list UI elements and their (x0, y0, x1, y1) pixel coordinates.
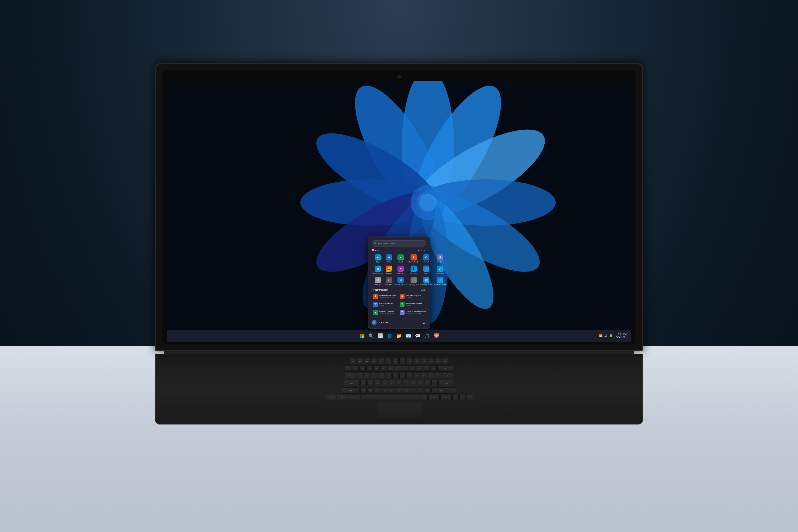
key-f10[interactable]: F10 (421, 358, 427, 364)
key-minus[interactable]: - (423, 365, 430, 372)
key-5[interactable]: 5 (381, 365, 387, 372)
key-lshift[interactable]: Shift (342, 387, 360, 394)
key-6[interactable]: 6 (388, 365, 394, 372)
key-i[interactable]: I (406, 373, 413, 379)
key-g[interactable]: G (389, 380, 395, 386)
key-backspace[interactable]: ⌫ (437, 365, 453, 372)
key-esc[interactable]: Esc (350, 358, 356, 364)
app-calculator[interactable]: # Calculator (385, 276, 393, 286)
key-8[interactable]: 8 (402, 365, 408, 372)
key-h[interactable]: H (396, 380, 402, 386)
touchpad[interactable] (377, 403, 421, 418)
key-period[interactable]: . (417, 387, 423, 394)
key-r[interactable]: R (378, 373, 384, 379)
key-s[interactable]: S (367, 380, 374, 386)
key-ralt[interactable]: Alt (429, 395, 440, 401)
app-word[interactable]: W Word (385, 253, 393, 264)
key-right[interactable]: → (467, 395, 473, 401)
rec-item-contoso[interactable]: T Contoso Company Profile Yesterday at 1… (398, 309, 428, 316)
rec-item-brand[interactable]: W Brand Guidelines 2h ago (372, 301, 397, 308)
key-j[interactable]: J (403, 380, 409, 386)
taskbar-start-button[interactable] (358, 332, 366, 340)
user-info[interactable]: JP Jack Purton (372, 320, 388, 325)
app-settings[interactable]: ⚙ Settings (372, 276, 384, 286)
key-q[interactable]: Q (357, 373, 363, 379)
key-win[interactable]: ⊞ (337, 395, 348, 401)
key-rshift[interactable]: Shift (431, 387, 449, 394)
key-f12[interactable]: F12 (435, 358, 441, 364)
key-v[interactable]: V (382, 387, 388, 394)
app-edge[interactable]: e Edge (372, 253, 384, 264)
key-f8[interactable]: F8 (406, 358, 413, 364)
taskbar-explorer-button[interactable]: 📁 (395, 332, 403, 340)
power-button[interactable]: ⏻ (421, 320, 426, 325)
all-apps-button[interactable]: All apps › (418, 249, 426, 252)
rec-item-sales-deck[interactable]: P Fabrikam Sales Deck Yesterday at 2:15 … (372, 293, 397, 300)
taskbar-teams-button[interactable]: 💬 (414, 332, 422, 340)
key-equals[interactable]: = (430, 365, 436, 372)
taskbar-media-button[interactable]: 🎵 (423, 332, 431, 340)
key-quote[interactable]: ' (431, 380, 438, 386)
key-a[interactable]: A (360, 380, 367, 386)
key-space[interactable] (361, 395, 428, 401)
key-k[interactable]: K (410, 380, 416, 386)
key-f11[interactable]: F11 (428, 358, 434, 364)
rec-item-proposal[interactable]: P Fabrikam Proposal 12hr ago (398, 293, 428, 300)
app-onenote[interactable]: N OneNote (394, 265, 407, 275)
key-f1[interactable]: F1 (357, 358, 363, 364)
key-1[interactable]: 1 (352, 365, 358, 372)
key-7[interactable]: 7 (395, 365, 401, 372)
key-del[interactable]: Del (442, 358, 448, 364)
key-9[interactable]: 9 (409, 365, 415, 372)
app-whiteboard[interactable]: 🖊 Whiteboard (434, 265, 446, 275)
key-f7[interactable]: F7 (399, 358, 406, 364)
key-rctrl[interactable]: Ctrl (440, 395, 452, 401)
key-n[interactable]: N (396, 387, 402, 394)
search-bar[interactable]: 🔍 Type here to search (372, 240, 426, 247)
taskbar-datetime[interactable]: 2:30 PM 10/06/2021 (614, 332, 627, 339)
app-portal[interactable]: 🏢 Company Portal (420, 276, 433, 286)
key-slash[interactable]: / (424, 387, 431, 394)
key-alt[interactable]: Alt (349, 395, 360, 401)
key-caps[interactable]: Caps (344, 380, 360, 386)
key-left[interactable]: ← (452, 395, 459, 401)
key-e[interactable]: E (371, 373, 377, 379)
key-c[interactable]: C (375, 387, 381, 394)
key-f3[interactable]: F3 (371, 358, 377, 364)
key-backtick[interactable]: ` (345, 365, 352, 372)
key-w[interactable]: W (364, 373, 370, 379)
taskbar-search-button[interactable]: 🔍 (367, 332, 375, 340)
app-photos[interactable]: 🌄 Photos (385, 265, 393, 275)
key-m[interactable]: M (403, 387, 409, 394)
key-enter[interactable]: Enter (438, 380, 454, 386)
key-l[interactable]: L (417, 380, 423, 386)
app-snip[interactable]: ✂ Snipping Tool (408, 276, 419, 286)
taskbar-photos-button[interactable]: 🌄 (432, 332, 440, 340)
app-todo[interactable]: ✓ To Do (420, 265, 433, 275)
key-0[interactable]: 0 (416, 365, 422, 372)
key-f2[interactable]: F2 (364, 358, 370, 364)
app-fabrikam[interactable]: F Fabrikam (434, 253, 446, 264)
key-lbracket[interactable]: [ (428, 373, 434, 379)
key-3[interactable]: 3 (366, 365, 373, 372)
key-2[interactable]: 2 (359, 365, 365, 372)
key-f9[interactable]: F9 (414, 358, 420, 364)
key-comma[interactable]: , (410, 387, 416, 394)
key-o[interactable]: O (414, 373, 420, 379)
key-x[interactable]: X (367, 387, 374, 394)
key-down[interactable]: ↓ (459, 395, 466, 401)
key-p[interactable]: P (421, 373, 427, 379)
key-4[interactable]: 4 (374, 365, 380, 372)
key-rbracket[interactable]: ] (435, 373, 441, 379)
taskbar-edge-button[interactable]: 🌐 (386, 332, 394, 340)
more-button[interactable]: More › (420, 289, 426, 291)
taskbar-mail-button[interactable]: 📧 (404, 332, 412, 340)
app-powerpoint[interactable]: P PowerPoint (408, 253, 419, 264)
key-u[interactable]: U (399, 373, 406, 379)
key-up[interactable]: ↑ (450, 387, 456, 394)
key-f5[interactable]: F5 (385, 358, 392, 364)
key-z[interactable]: Z (360, 387, 367, 394)
key-ctrl[interactable]: Ctrl (325, 395, 336, 401)
app-phone[interactable]: 📱 Your Phone (408, 265, 419, 275)
app-outlook[interactable]: O Outlook (420, 253, 433, 264)
